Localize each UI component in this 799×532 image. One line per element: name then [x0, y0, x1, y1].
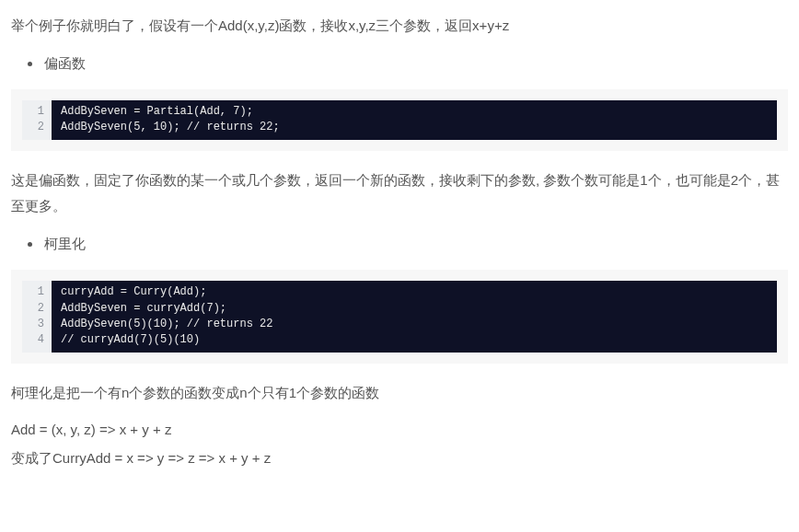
bullet-partial: 偏函数 — [42, 51, 788, 77]
code-line: AddBySeven = curryAdd(7); — [61, 301, 768, 317]
code-line: AddBySeven(5)(10); // returns 22 — [61, 317, 768, 332]
code-body[interactable]: curryAdd = Curry(Add);AddBySeven = curry… — [52, 281, 777, 353]
code-line: AddBySeven(5, 10); // returns 22; — [61, 120, 768, 135]
line-numbers: 1 2 3 4 — [22, 281, 52, 353]
bullet-list-curry: 柯里化 — [42, 231, 788, 258]
formula-curryadd: 变成了CurryAdd = x => y => z => x + y + z — [11, 445, 788, 472]
formula-add: Add = (x, y, z) => x + y + z — [11, 417, 788, 444]
curry-explain-paragraph: 柯理化是把一个有n个参数的函数变成n个只有1个参数的函数 — [11, 380, 788, 407]
bullet-list-partial: 偏函数 — [42, 51, 788, 77]
intro-paragraph: 举个例子你就明白了，假设有一个Add(x,y,z)函数，接收x,y,z三个参数，… — [11, 13, 788, 40]
code-body[interactable]: AddBySeven = Partial(Add, 7);AddBySeven(… — [52, 100, 777, 140]
line-numbers: 1 2 — [22, 100, 52, 140]
code-line: // curryAdd(7)(5)(10) — [61, 332, 768, 348]
code-block-curry: 1 2 3 4 curryAdd = Curry(Add);AddBySeven… — [11, 270, 788, 364]
code-block-partial: 1 2 AddBySeven = Partial(Add, 7);AddBySe… — [11, 89, 788, 151]
code-line: curryAdd = Curry(Add); — [61, 284, 768, 300]
code-line: AddBySeven = Partial(Add, 7); — [61, 104, 768, 120]
bullet-curry: 柯里化 — [42, 231, 788, 258]
partial-explain-paragraph: 这是偏函数，固定了你函数的某一个或几个参数，返回一个新的函数，接收剩下的参数, … — [11, 168, 788, 220]
